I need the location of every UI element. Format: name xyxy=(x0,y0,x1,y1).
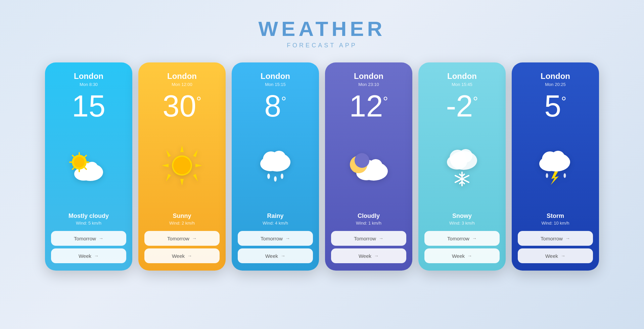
card-city: London xyxy=(354,72,383,81)
card-city: London xyxy=(167,72,197,81)
svg-point-36 xyxy=(355,153,369,168)
card-icon-area xyxy=(65,123,112,209)
week-arrow-icon: → xyxy=(374,253,379,258)
card-wind: Wind: 2 km/h xyxy=(169,221,195,226)
svg-marker-16 xyxy=(180,179,184,186)
cards-container: London Mon 8:30 15 xyxy=(45,62,599,271)
svg-point-53 xyxy=(564,173,566,178)
svg-rect-10 xyxy=(84,154,87,158)
card-wind: Wind: 3 km/h xyxy=(449,221,475,226)
card-temperature-display: 12° xyxy=(349,91,388,121)
svg-point-29 xyxy=(274,176,277,182)
card-wind: Wind: 5 km/h xyxy=(76,221,101,226)
card-city: London xyxy=(261,72,290,81)
storm-icon xyxy=(532,145,579,187)
tomorrow-arrow-icon: → xyxy=(192,236,197,241)
svg-rect-8 xyxy=(86,161,89,163)
card-buttons: Tomorrow → Week → xyxy=(518,231,593,263)
svg-rect-11 xyxy=(72,167,75,170)
svg-point-23 xyxy=(173,157,191,174)
tomorrow-label: Tomorrow xyxy=(74,236,96,241)
week-button[interactable]: Week → xyxy=(424,248,500,263)
week-button[interactable]: Week → xyxy=(331,248,406,263)
degree-symbol: ° xyxy=(473,95,478,108)
weather-card-4: London Mon 23:10 12° Cloudly Wind: 1 km/… xyxy=(325,62,412,271)
weather-card-2: London Mon 12:00 30° xyxy=(138,62,226,271)
svg-point-40 xyxy=(459,149,472,162)
tomorrow-label: Tomorrow xyxy=(261,236,283,241)
svg-rect-5 xyxy=(79,152,80,155)
tomorrow-label: Tomorrow xyxy=(447,236,469,241)
card-condition: Mostly cloudy xyxy=(68,213,109,220)
card-icon-area xyxy=(440,123,484,209)
week-arrow-icon: → xyxy=(467,253,472,258)
card-temperature-display: 8° xyxy=(264,91,286,121)
card-wind: Wind: 1 km/h xyxy=(356,221,381,226)
tomorrow-arrow-icon: → xyxy=(565,236,570,241)
svg-marker-19 xyxy=(166,150,171,157)
weather-card-5: London Mon 15:45 -2° xyxy=(418,62,506,271)
svg-point-13 xyxy=(74,157,85,168)
week-button[interactable]: Week → xyxy=(144,248,220,263)
svg-marker-17 xyxy=(162,164,169,167)
card-condition: Rainy xyxy=(267,213,283,220)
weather-card-3: London Mon 15:15 8° Rainy Wind: 4 km/h xyxy=(232,62,319,271)
temperature: 8 xyxy=(264,91,281,121)
card-city: London xyxy=(541,72,570,81)
temperature: 5 xyxy=(544,91,561,121)
week-button[interactable]: Week → xyxy=(518,248,593,263)
card-time: Mon 12:00 xyxy=(172,82,192,87)
svg-marker-54 xyxy=(551,172,559,185)
week-label: Week xyxy=(452,253,465,259)
card-buttons: Tomorrow → Week → xyxy=(424,231,500,263)
svg-marker-22 xyxy=(193,174,198,181)
tomorrow-button[interactable]: Tomorrow → xyxy=(51,231,126,246)
card-time: Mon 20:25 xyxy=(545,82,565,87)
degree-symbol: ° xyxy=(196,95,201,108)
card-condition: Storm xyxy=(547,213,564,220)
svg-marker-15 xyxy=(180,145,184,152)
svg-rect-6 xyxy=(79,169,80,172)
svg-point-34 xyxy=(369,159,382,173)
weather-card-1: London Mon 8:30 15 xyxy=(45,62,132,271)
sun-icon xyxy=(160,144,204,189)
svg-marker-21 xyxy=(166,174,171,181)
degree-symbol: ° xyxy=(561,95,566,108)
degree-symbol: ° xyxy=(281,95,286,108)
card-buttons: Tomorrow → Week → xyxy=(51,231,126,263)
tomorrow-label: Tomorrow xyxy=(167,236,189,241)
card-time: Mon 8:30 xyxy=(80,82,98,87)
tomorrow-label: Tomorrow xyxy=(354,236,376,241)
card-icon-area xyxy=(343,123,394,209)
card-city: London xyxy=(447,72,477,81)
tomorrow-button[interactable]: Tomorrow → xyxy=(518,231,593,246)
snow-icon xyxy=(440,144,484,189)
week-button[interactable]: Week → xyxy=(51,248,126,263)
tomorrow-button[interactable]: Tomorrow → xyxy=(424,231,500,246)
card-icon-area xyxy=(254,123,297,209)
page-subtitle: FORECAST APP xyxy=(259,42,386,49)
tomorrow-arrow-icon: → xyxy=(285,236,290,241)
card-wind: Wind: 10 km/h xyxy=(541,221,569,226)
card-icon-area xyxy=(160,123,204,209)
week-arrow-icon: → xyxy=(187,253,192,258)
moon-cloud-icon xyxy=(343,147,394,185)
week-label: Week xyxy=(545,253,558,259)
week-arrow-icon: → xyxy=(281,253,285,258)
week-button[interactable]: Week → xyxy=(238,248,313,263)
card-buttons: Tomorrow → Week → xyxy=(144,231,220,263)
week-label: Week xyxy=(359,253,371,259)
tomorrow-button[interactable]: Tomorrow → xyxy=(238,231,313,246)
page-title: WEATHER xyxy=(259,17,386,41)
svg-point-28 xyxy=(267,174,270,179)
card-wind: Wind: 4 km/h xyxy=(263,221,288,226)
card-time: Mon 23:10 xyxy=(358,82,379,87)
sun-cloud-icon xyxy=(65,147,112,185)
tomorrow-button[interactable]: Tomorrow → xyxy=(331,231,406,246)
card-time: Mon 15:15 xyxy=(265,82,285,87)
card-buttons: Tomorrow → Week → xyxy=(238,231,313,263)
card-condition: Cloudly xyxy=(358,213,380,220)
temperature: -2 xyxy=(446,91,473,121)
week-label: Week xyxy=(172,253,185,259)
tomorrow-button[interactable]: Tomorrow → xyxy=(144,231,220,246)
